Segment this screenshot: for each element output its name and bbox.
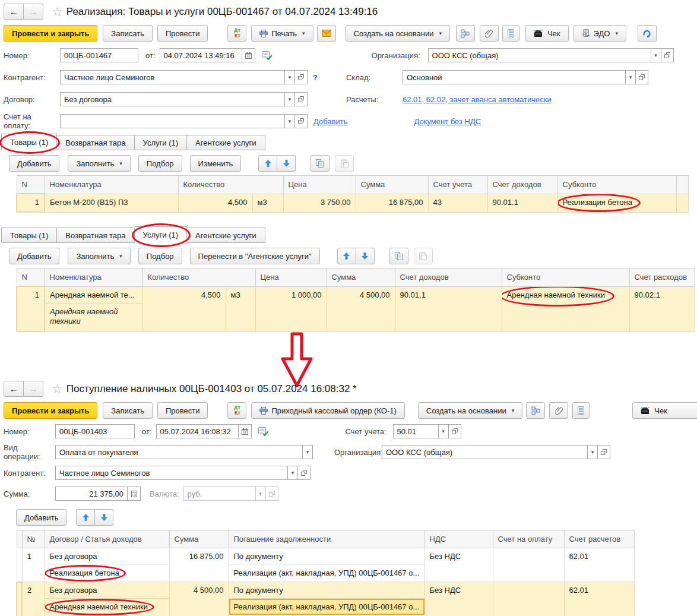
organization-dropdown-button[interactable]: ▾ [588, 445, 598, 459]
invoice-field[interactable]: ▾ [60, 114, 308, 128]
paste-rows-button[interactable] [335, 155, 354, 172]
col-sum[interactable]: Сумма [327, 268, 395, 287]
related-documents-button[interactable] [526, 402, 545, 419]
col-subconto[interactable]: Субконто [502, 268, 629, 287]
operation-type-field[interactable]: Оплата от покупателя ▾ [55, 445, 313, 459]
tab-returnable-packaging-2[interactable]: Возвратная тара [57, 228, 134, 243]
col-expense-account[interactable]: Счет расходов [629, 268, 695, 287]
price-cell[interactable]: 1 000,00 [255, 286, 327, 331]
col-n[interactable]: N [17, 268, 45, 287]
col-vat[interactable]: НДС [424, 530, 493, 548]
nomenclature-cell[interactable]: Арендная наемной те... Арендная наемной … [45, 286, 142, 331]
col-nomenclature[interactable]: Номенклатура [45, 176, 178, 194]
operation-dropdown-button[interactable]: ▾ [303, 445, 313, 459]
goods-edit-button[interactable]: Изменить [190, 155, 242, 172]
dtkt-button[interactable]: ДтКт [227, 25, 246, 42]
counterparty-open-button[interactable] [298, 466, 311, 480]
cash-order-print-button[interactable]: Приходный кассовый ордер (КО-1) [251, 402, 404, 419]
move-up-button[interactable] [76, 509, 95, 526]
unit-cell[interactable]: м3 [226, 286, 255, 331]
col-income-account[interactable]: Счет доходов [487, 176, 557, 194]
col-n[interactable]: № [22, 530, 45, 548]
nomenclature-cell[interactable]: Бетон М-200 (В15) П3 [45, 194, 178, 212]
move-down-button[interactable] [95, 509, 113, 526]
date-field[interactable]: 04.07.2024 13:49:16 [160, 48, 255, 62]
tab-services-2[interactable]: Услуги (1) [135, 226, 187, 243]
tab-returnable-packaging[interactable]: Возвратная тара [57, 135, 134, 150]
tab-goods[interactable]: Товары (1) [1, 134, 57, 150]
col-contract[interactable]: Договор / Статья доходов [45, 530, 169, 548]
calculator-button[interactable] [128, 487, 141, 501]
tab-goods-2[interactable]: Товары (1) [1, 228, 57, 243]
attachments-button[interactable] [480, 25, 499, 42]
tab-agency-services[interactable]: Агентские услуги [187, 135, 265, 150]
contract-field[interactable]: Без договора ▾ [60, 92, 308, 106]
settlement-cell[interactable]: 62.01 [564, 548, 634, 582]
add-invoice-link[interactable]: Добавить [313, 117, 347, 126]
counterparty-dropdown-button[interactable]: ▾ [288, 466, 298, 480]
vat-cell[interactable]: Без НДС [424, 548, 493, 582]
create-based-on-button[interactable]: Создать на основании▾ [346, 25, 450, 42]
invoice-cell[interactable] [493, 548, 564, 582]
services-add-button[interactable]: Добавить [9, 248, 59, 264]
row-number-cell[interactable]: 1 [17, 194, 45, 212]
services-row[interactable]: 1 Арендная наемной те... Арендная наемно… [17, 286, 695, 331]
warehouse-dropdown-button[interactable]: ▾ [626, 70, 636, 84]
calendar-button[interactable] [242, 48, 255, 62]
invoice-dropdown-button[interactable]: ▾ [285, 114, 295, 128]
help-icon[interactable]: ? [313, 73, 318, 82]
subconto-cell[interactable]: Реализация бетона [557, 194, 676, 212]
contract-cell[interactable]: Без договора Реализация бетона [45, 548, 169, 582]
save-button[interactable]: Записать [103, 402, 153, 419]
quantity-cell[interactable]: 4,500 [178, 194, 252, 212]
receipt-button[interactable]: Чек [525, 25, 569, 42]
copy-rows-button[interactable] [311, 155, 330, 172]
move-up-button[interactable] [258, 155, 277, 172]
create-based-on-button[interactable]: Создать на основании▾ [418, 402, 522, 419]
organization-open-button[interactable] [598, 445, 610, 459]
counterparty-field[interactable]: Частное лицо Семиногов ▾ [55, 466, 311, 480]
goods-fill-button[interactable]: Заполнить▾ [68, 155, 130, 172]
paste-rows-button[interactable] [414, 248, 433, 264]
back-button[interactable]: ← [4, 4, 24, 20]
save-button[interactable]: Записать [103, 25, 153, 42]
row-number-cell[interactable]: 2 [22, 582, 45, 616]
organization-field[interactable]: ООО КСС (общая) ▾ [428, 48, 674, 62]
move-to-agency-button[interactable]: Перенести в "Агентские услуги" [190, 248, 320, 264]
favorite-star-icon[interactable]: ☆ [52, 5, 63, 19]
repayment-cell[interactable]: По документу Реализация (акт, накладная,… [229, 582, 424, 616]
vat-document-link[interactable]: Документ без НДС [414, 117, 481, 126]
post-and-close-button[interactable]: Провести и закрыть [4, 25, 97, 42]
quantity-cell[interactable]: 4,500 [142, 286, 226, 331]
number-field[interactable]: 00ЦБ-001403 [55, 424, 135, 438]
amount-field[interactable]: 21 375,00 [55, 487, 141, 501]
col-account[interactable]: Счет учета [428, 176, 487, 194]
services-fill-button[interactable]: Заполнить▾ [68, 248, 130, 264]
col-repayment[interactable]: Погашение задолженности [229, 530, 424, 548]
services-pick-button[interactable]: Подбор [138, 248, 182, 264]
post-and-close-button[interactable]: Провести и закрыть [4, 402, 97, 419]
warehouse-field[interactable]: Основной ▾ [403, 70, 648, 84]
col-price[interactable]: Цена [255, 268, 327, 287]
price-cell[interactable]: 3 750,00 [283, 194, 356, 212]
sum-cell[interactable]: 4 500,00 [169, 582, 229, 616]
account-open-button[interactable] [449, 424, 461, 438]
payment-row-1[interactable]: 1 Без договора Реализация бетона 16 875,… [17, 548, 634, 582]
document-state-icon[interactable] [258, 427, 268, 436]
organization-dropdown-button[interactable]: ▾ [651, 48, 661, 62]
counterparty-open-button[interactable] [295, 70, 308, 84]
col-subconto[interactable]: Субконто [557, 176, 676, 194]
tab-agency-services-2[interactable]: Агентские услуги [187, 228, 265, 243]
account-dropdown-button[interactable]: ▾ [439, 424, 449, 438]
income-account-cell[interactable]: 90.01.1 [487, 194, 557, 212]
subconto-cell[interactable]: Арендная наемной техники [502, 286, 629, 331]
notes-button[interactable] [502, 25, 519, 42]
repayment-cell[interactable]: По документу Реализация (акт, накладная,… [229, 548, 424, 582]
account-cell[interactable]: 43 [428, 194, 487, 212]
contract-cell[interactable]: Без договора Арендная наемной техники [45, 582, 169, 616]
notes-button[interactable] [572, 402, 590, 419]
move-down-button[interactable] [356, 248, 375, 264]
forward-button[interactable]: → [24, 4, 43, 20]
document-state-icon[interactable] [262, 51, 272, 60]
post-button[interactable]: Провести [157, 25, 208, 42]
